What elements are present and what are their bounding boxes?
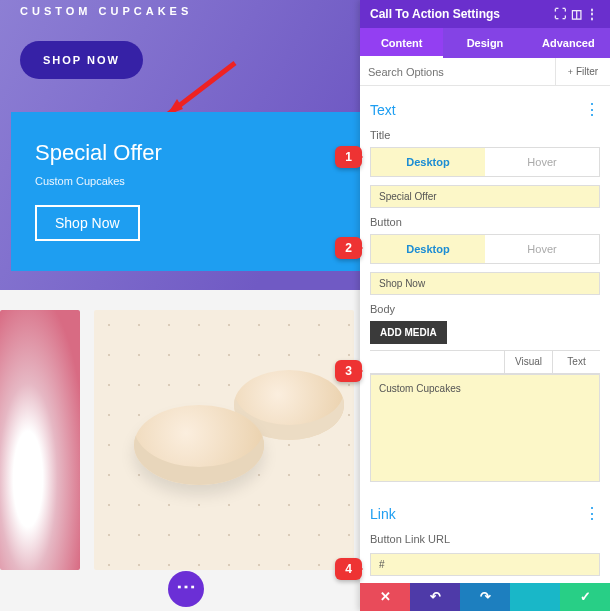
callout-badge-1: 1 <box>335 146 362 168</box>
dock-redo[interactable]: ↷ <box>460 583 510 611</box>
body-tab-text[interactable]: Text <box>552 351 600 373</box>
section-link-heading[interactable]: Link⋮ <box>370 504 600 523</box>
title-toggle: Desktop Hover <box>370 147 600 177</box>
button-tab-desktop[interactable]: Desktop <box>371 235 485 263</box>
panel-body: Text⋮ Title Desktop Hover Special Offer … <box>360 86 610 583</box>
module-fab[interactable]: ⋯ <box>168 571 204 607</box>
title-input[interactable]: Special Offer <box>370 185 600 208</box>
body-tabs: Visual Text <box>370 350 600 374</box>
search-input[interactable] <box>360 58 555 85</box>
cta-module[interactable]: Special Offer Custom Cupcakes Shop Now <box>11 112 360 271</box>
dock-save[interactable]: ✓ <box>560 583 610 611</box>
add-media-button[interactable]: ADD MEDIA <box>370 321 447 344</box>
panel-title: Call To Action Settings <box>370 7 500 21</box>
gallery-row <box>0 310 360 590</box>
dock-undo[interactable]: ↶ <box>410 583 460 611</box>
snap-icon[interactable]: ◫ <box>568 7 584 21</box>
section-text-heading[interactable]: Text⋮ <box>370 100 600 119</box>
expand-icon[interactable]: ⛶ <box>552 7 568 21</box>
dock-extra[interactable] <box>510 583 560 611</box>
callout-badge-2: 2 <box>335 237 362 259</box>
title-tab-desktop[interactable]: Desktop <box>371 148 485 176</box>
callout-badge-3: 3 <box>335 360 362 382</box>
cta-title: Special Offer <box>35 140 336 166</box>
dock-cancel[interactable]: ✕ <box>360 583 410 611</box>
body-label: Body <box>370 303 600 315</box>
url-label: Button Link URL <box>370 533 600 545</box>
tab-advanced[interactable]: Advanced <box>527 28 610 58</box>
panel-tabs: Content Design Advanced <box>360 28 610 58</box>
image-macarons <box>94 310 354 570</box>
panel-header: Call To Action Settings ⛶ ◫ ⋮ <box>360 0 610 28</box>
cta-button[interactable]: Shop Now <box>35 205 140 241</box>
page-preview: CUSTOM CUPCAKES SHOP NOW Special Offer C… <box>0 0 360 611</box>
tab-content[interactable]: Content <box>360 28 443 58</box>
hero-subtitle: CUSTOM CUPCAKES <box>20 0 340 17</box>
title-label: Title <box>370 129 600 141</box>
body-textarea[interactable] <box>370 374 600 482</box>
tab-design[interactable]: Design <box>443 28 526 58</box>
body-tab-visual[interactable]: Visual <box>504 351 552 373</box>
cta-subtitle: Custom Cupcakes <box>35 175 336 187</box>
filter-button[interactable]: + Filter <box>555 58 610 85</box>
title-tab-hover[interactable]: Hover <box>485 148 599 176</box>
button-label: Button <box>370 216 600 228</box>
button-input[interactable]: Shop Now <box>370 272 600 295</box>
callout-badge-4: 4 <box>335 558 362 580</box>
section-menu-icon[interactable]: ⋮ <box>584 504 600 523</box>
hero-shop-button[interactable]: SHOP NOW <box>20 41 143 79</box>
search-bar: + Filter <box>360 58 610 86</box>
image-cake <box>0 310 80 570</box>
button-toggle: Desktop Hover <box>370 234 600 264</box>
settings-panel: Call To Action Settings ⛶ ◫ ⋮ Content De… <box>360 0 610 611</box>
action-dock: ✕ ↶ ↷ ✓ <box>360 583 610 611</box>
more-icon[interactable]: ⋮ <box>584 7 600 21</box>
button-tab-hover[interactable]: Hover <box>485 235 599 263</box>
url-input[interactable]: # <box>370 553 600 576</box>
section-menu-icon[interactable]: ⋮ <box>584 100 600 119</box>
